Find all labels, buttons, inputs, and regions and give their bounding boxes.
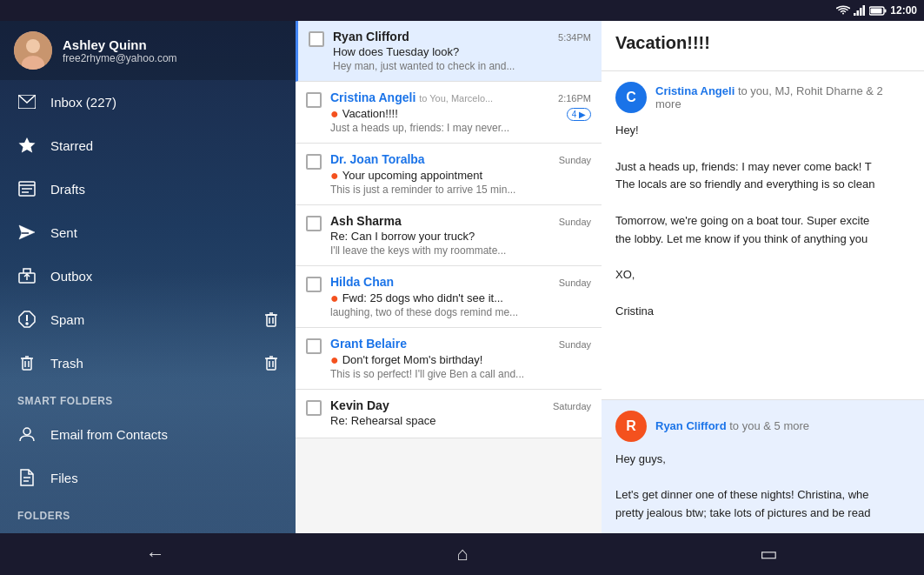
email-subject-grant: Don't forget Mom's birthday! bbox=[342, 353, 483, 366]
contacts-label: Email from Contacts bbox=[50, 427, 278, 442]
email-content-joan: Dr. Joan Toralba Sunday ● Your upcoming … bbox=[330, 152, 591, 196]
svg-rect-6 bbox=[871, 8, 882, 13]
email-item-joan[interactable]: Dr. Joan Toralba Sunday ● Your upcoming … bbox=[296, 144, 602, 205]
email-subject-joan: Your upcoming appointment bbox=[342, 169, 482, 182]
spam-icon bbox=[17, 310, 37, 329]
svg-rect-24 bbox=[267, 315, 276, 326]
email-time-cristina: 2:16PM bbox=[558, 93, 591, 104]
sidebar-item-starred[interactable]: Starred bbox=[0, 124, 296, 167]
spam-label: Spam bbox=[50, 312, 250, 327]
svg-rect-1 bbox=[857, 10, 860, 16]
drafts-icon bbox=[17, 179, 37, 198]
files-label: Files bbox=[50, 471, 278, 485]
svg-marker-11 bbox=[19, 137, 36, 153]
email-preview-hilda: laughing, two of these dogs remind me... bbox=[330, 306, 591, 318]
email-detail-title: Vacation!!!! bbox=[615, 33, 910, 53]
email-sender-ryan: Ryan Clifford bbox=[333, 30, 409, 43]
email-item-kevin[interactable]: Kevin Day Saturday Re: Rehearsal space bbox=[296, 390, 602, 438]
email-checkbox-ryan[interactable] bbox=[309, 31, 324, 47]
svg-rect-3 bbox=[863, 5, 866, 16]
sidebar-item-sent[interactable]: Sent bbox=[0, 211, 296, 254]
sent-icon bbox=[17, 223, 37, 242]
clock: 12:00 bbox=[890, 4, 917, 17]
message-block-ryan: R Ryan Clifford to you & 5 more Hey guys… bbox=[602, 400, 924, 533]
home-button[interactable]: ⌂ bbox=[435, 536, 489, 572]
sidebar: Ashley Quinn free2rhyme@yahoo.com Inbox … bbox=[0, 21, 296, 533]
email-checkbox-ash[interactable] bbox=[306, 216, 322, 231]
email-item-hilda[interactable]: Hilda Chan Sunday ● Fwd: 25 dogs who did… bbox=[296, 266, 602, 328]
inbox-label: Inbox (227) bbox=[50, 95, 278, 110]
message-meta-cristina: C Cristina Angeli to you, MJ, Rohit Dhar… bbox=[615, 82, 910, 113]
trash-delete-icon[interactable] bbox=[264, 355, 278, 371]
msg-body-ryan: Hey guys, Let's get dinner one of these … bbox=[615, 451, 910, 523]
email-badge-cristina: 4 ▶ bbox=[567, 108, 591, 121]
email-subject-ryan: How does Tuesday look? bbox=[333, 45, 591, 58]
app-container: Ashley Quinn free2rhyme@yahoo.com Inbox … bbox=[0, 21, 924, 533]
sidebar-item-contacts[interactable]: Email from Contacts bbox=[0, 412, 296, 456]
email-sender-joan: Dr. Joan Toralba bbox=[330, 152, 425, 166]
email-detail-header: Vacation!!!! bbox=[602, 21, 924, 71]
email-checkbox-cristina[interactable] bbox=[306, 92, 322, 108]
back-button[interactable]: ← bbox=[125, 536, 186, 572]
email-content-ryan: Ryan Clifford 5:34PM How does Tuesday lo… bbox=[333, 30, 591, 72]
user-info: Ashley Quinn free2rhyme@yahoo.com bbox=[63, 37, 177, 64]
star-icon bbox=[17, 136, 37, 155]
spam-delete-icon[interactable] bbox=[264, 311, 278, 327]
email-item-ash[interactable]: Ash Sharma Sunday Re: Can I borrow your … bbox=[296, 205, 602, 266]
svg-rect-34 bbox=[267, 358, 276, 370]
drafts-label: Drafts bbox=[50, 182, 278, 197]
folders-label: Folders bbox=[0, 499, 296, 527]
msg-avatar-ryan: R bbox=[615, 411, 647, 442]
user-name: Ashley Quinn bbox=[63, 37, 177, 52]
email-checkbox-joan[interactable] bbox=[306, 154, 322, 170]
email-time-kevin: Saturday bbox=[553, 401, 591, 411]
email-content-hilda: Hilda Chan Sunday ● Fwd: 25 dogs who did… bbox=[330, 275, 591, 318]
sidebar-item-outbox[interactable]: Outbox bbox=[0, 254, 296, 298]
email-subject-ash: Re: Can I borrow your truck? bbox=[330, 230, 591, 243]
sidebar-item-files[interactable]: Files bbox=[0, 456, 296, 499]
email-sender-ash: Ash Sharma bbox=[330, 214, 402, 228]
sidebar-header[interactable]: Ashley Quinn free2rhyme@yahoo.com bbox=[0, 21, 296, 80]
email-subject-cristina: Vacation!!!! bbox=[342, 107, 398, 120]
email-item-grant[interactable]: Grant Belaire Sunday ● Don't forget Mom'… bbox=[296, 328, 602, 390]
email-checkbox-hilda[interactable] bbox=[306, 277, 322, 292]
svg-point-22 bbox=[26, 323, 28, 324]
email-preview-cristina: Just a heads up, friends: I may never... bbox=[330, 122, 591, 134]
email-content-cristina: Cristina Angeli to You, Marcelo... 2:16P… bbox=[330, 90, 591, 134]
email-item-cristina[interactable]: Cristina Angeli to You, Marcelo... 2:16P… bbox=[296, 82, 602, 144]
svg-marker-16 bbox=[19, 225, 35, 239]
sidebar-item-trash[interactable]: Trash bbox=[0, 341, 296, 384]
email-content-kevin: Kevin Day Saturday Re: Rehearsal space bbox=[330, 398, 591, 429]
svg-rect-2 bbox=[860, 8, 862, 16]
email-subject-hilda: Fwd: 25 dogs who didn't see it... bbox=[342, 291, 503, 304]
inbox-icon bbox=[17, 92, 37, 111]
trash-label: Trash bbox=[50, 356, 250, 371]
msg-avatar-cristina: C bbox=[615, 82, 647, 113]
email-checkbox-grant[interactable] bbox=[306, 338, 322, 354]
bottom-nav: ← ⌂ ▭ bbox=[0, 533, 924, 575]
msg-body-cristina: Hey! Just a heads up, friends: I may nev… bbox=[615, 122, 910, 321]
email-time-grant: Sunday bbox=[559, 339, 591, 350]
svg-point-38 bbox=[23, 428, 30, 435]
email-checkbox-kevin[interactable] bbox=[306, 400, 322, 416]
email-list: Ryan Clifford 5:34PM How does Tuesday lo… bbox=[296, 21, 602, 533]
email-preview-ryan: Hey man, just wanted to check in and... bbox=[333, 60, 591, 72]
email-preview-grant: This is so perfect! I'll give Ben a call… bbox=[330, 368, 591, 380]
signal-icon bbox=[854, 5, 866, 16]
outbox-icon bbox=[17, 266, 37, 285]
msg-sender-ryan: Ryan Clifford to you & 5 more bbox=[655, 419, 809, 432]
sidebar-item-spam[interactable]: Spam bbox=[0, 298, 296, 341]
sidebar-item-drafts[interactable]: Drafts bbox=[0, 167, 296, 211]
wifi-icon bbox=[836, 5, 850, 16]
sidebar-item-inbox[interactable]: Inbox (227) bbox=[0, 80, 296, 124]
email-item-ryan[interactable]: Ryan Clifford 5:34PM How does Tuesday lo… bbox=[296, 21, 602, 82]
sidebar-nav: Inbox (227) Starred bbox=[0, 80, 296, 533]
message-meta-ryan: R Ryan Clifford to you & 5 more bbox=[615, 411, 910, 442]
status-bar: 12:00 bbox=[0, 0, 924, 21]
email-preview-ash: I'll leave the keys with my roommate... bbox=[330, 244, 591, 257]
recent-button[interactable]: ▭ bbox=[739, 536, 799, 572]
msg-sender-cristina: Cristina Angeli to you, MJ, Rohit Dharne… bbox=[655, 84, 910, 110]
email-content-grant: Grant Belaire Sunday ● Don't forget Mom'… bbox=[330, 337, 591, 380]
email-time-ryan: 5:34PM bbox=[558, 32, 591, 43]
starred-label: Starred bbox=[50, 138, 278, 153]
